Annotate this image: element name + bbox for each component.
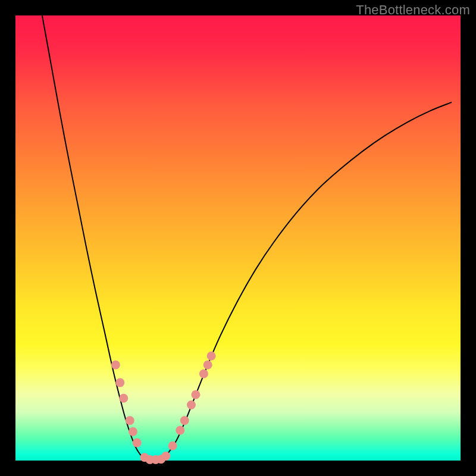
chart-svg <box>15 15 461 461</box>
chart-frame <box>15 15 461 461</box>
marker-right-1 <box>168 441 177 450</box>
marker-right-0 <box>161 452 170 461</box>
marker-right-2 <box>176 426 184 435</box>
marker-right-7 <box>203 361 212 369</box>
marker-right-6 <box>199 369 208 378</box>
curve-right <box>162 102 452 459</box>
curve-left <box>42 15 145 459</box>
marker-right-4 <box>187 400 196 409</box>
marker-left-3 <box>126 416 134 425</box>
marker-left-1 <box>115 378 124 387</box>
marker-right-3 <box>180 416 189 425</box>
marker-left-4 <box>129 427 137 436</box>
marker-left-5 <box>133 439 142 447</box>
marker-right-5 <box>191 390 200 399</box>
marker-right-8 <box>207 352 216 361</box>
markers-group <box>111 352 216 464</box>
marker-left-2 <box>119 394 128 403</box>
marker-left-0 <box>111 361 120 369</box>
watermark-text: TheBottleneck.com <box>356 2 470 18</box>
